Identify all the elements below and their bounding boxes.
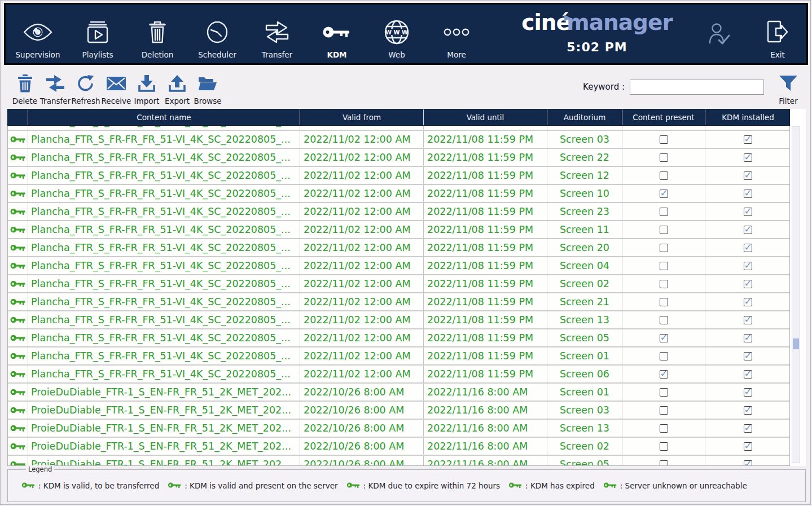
table-row[interactable]: Plancha_FTR_S_FR-FR_FR_51-VI_4K_SC_20220… [8, 347, 790, 366]
content-present-checkbox[interactable] [660, 460, 668, 467]
browse-button[interactable]: Browse [192, 73, 223, 105]
nav-item-playlists[interactable]: Playlists [68, 5, 128, 63]
column-header-key[interactable] [8, 109, 28, 125]
column-header-content-present[interactable]: Content present [622, 109, 705, 125]
content-present-checkbox[interactable] [660, 406, 668, 415]
column-header-valid-from[interactable]: Valid from [300, 109, 424, 125]
table-row[interactable]: ProieDuDiable_FTR-1_S_EN-FR_FR_51_2K_MET… [8, 438, 790, 456]
table-row[interactable]: Plancha_FTR_S_FR-FR_FR_51-VI_4K_SC_20220… [8, 366, 790, 384]
content-present-checkbox[interactable] [660, 334, 668, 342]
kdm-installed-checkbox[interactable] [744, 442, 752, 451]
column-header-content-name[interactable]: Content name [28, 109, 300, 125]
keyword-input[interactable] [630, 80, 764, 95]
vertical-scrollbar[interactable] [792, 126, 800, 463]
table-row[interactable]: Plancha_FTR_S_FR-FR_FR_51-VI_4K_SC_20220… [8, 203, 790, 221]
table-row[interactable]: Plancha_FTR_S_FR-FR_FR_51-VI_4K_SC_20220… [8, 257, 790, 275]
column-header-auditorium[interactable]: Auditorium [547, 109, 622, 125]
content-present-checkbox[interactable] [660, 370, 668, 379]
table-row[interactable]: ProieDuDiable_FTR-1_S_EN-FR_FR_51_2K_MET… [8, 420, 790, 438]
kdm-installed-checkbox[interactable] [744, 460, 752, 467]
table-row[interactable]: Plancha_FTR_S_FR-FR_FR_51-VI_4K_SC_20220… [8, 126, 790, 131]
table-row[interactable]: Plancha_FTR_S_FR-FR_FR_51-VI_4K_SC_20220… [8, 293, 790, 311]
content-present-checkbox[interactable] [660, 442, 668, 451]
kdm-installed-checkbox[interactable] [744, 316, 752, 324]
refresh-icon [77, 73, 94, 94]
kdm-installed-checkbox[interactable] [744, 135, 752, 144]
table-row[interactable]: Plancha_FTR_S_FR-FR_FR_51-VI_4K_SC_20220… [8, 149, 790, 167]
delete-button[interactable]: Delete [10, 73, 40, 105]
kdm-installed-checkbox[interactable] [744, 208, 752, 216]
filter-icon [778, 73, 798, 94]
nav-item-transfer[interactable]: Transfer [247, 5, 307, 63]
content-present-checkbox[interactable] [660, 208, 668, 216]
kdm-installed-checkbox[interactable] [744, 171, 752, 180]
kdm-installed-checkbox[interactable] [744, 352, 752, 360]
kdm-installed-checkbox[interactable] [744, 370, 752, 379]
valid-until-cell: 2022/11/08 11:59 PM [424, 239, 547, 256]
kdm-installed-checkbox[interactable] [744, 280, 752, 288]
table-row[interactable]: Plancha_FTR_S_FR-FR_FR_51-VI_4K_SC_20220… [8, 167, 790, 185]
table-row[interactable]: Plancha_FTR_S_FR-FR_FR_51-VI_4K_SC_20220… [8, 239, 790, 257]
nav-item-more[interactable]: More [427, 5, 486, 63]
valid-until-cell: 2022/11/08 11:59 PM [424, 329, 547, 346]
kdm-installed-checkbox[interactable] [744, 244, 752, 252]
scrollbar-thumb[interactable] [793, 338, 799, 349]
content-present-checkbox[interactable] [660, 352, 668, 360]
kdm-installed-checkbox[interactable] [744, 262, 752, 270]
nav-item-scheduler[interactable]: Scheduler [187, 5, 247, 63]
import-icon [138, 73, 155, 94]
kdm-installed-checkbox[interactable] [744, 226, 752, 234]
receive-button[interactable]: Receive [101, 73, 131, 105]
table-row[interactable]: Plancha_FTR_S_FR-FR_FR_51-VI_4K_SC_20220… [8, 329, 790, 347]
content-present-checkbox[interactable] [660, 226, 668, 234]
kdm-installed-cell [705, 275, 790, 292]
content-present-checkbox[interactable] [660, 298, 668, 306]
table-row[interactable]: Plancha_FTR_S_FR-FR_FR_51-VI_4K_SC_20220… [8, 131, 790, 149]
kdm-installed-checkbox[interactable] [744, 190, 752, 198]
import-button[interactable]: Import [131, 73, 162, 105]
transfer-button[interactable]: Transfer [40, 73, 71, 105]
table-row[interactable]: ProieDuDiable_FTR-1_S_EN-FR_FR_51_2K_MET… [8, 384, 790, 402]
content-present-checkbox[interactable] [660, 153, 668, 162]
kdm-installed-checkbox[interactable] [744, 334, 752, 342]
filter-button[interactable]: Filter [773, 73, 804, 105]
content-present-checkbox[interactable] [660, 316, 668, 324]
folder-icon [198, 73, 217, 94]
kdm-installed-checkbox[interactable] [744, 424, 752, 433]
nav-item-supervision[interactable]: Supervision [8, 5, 68, 63]
kdm-installed-checkbox[interactable] [744, 153, 752, 162]
nav-item-exit[interactable]: Exit [758, 5, 797, 63]
table-row[interactable]: ProieDuDiable_FTR-1_S_EN-FR_FR_51_2K_MET… [8, 456, 790, 466]
content-present-cell [622, 203, 705, 220]
content-present-checkbox[interactable] [660, 388, 668, 397]
table-row[interactable]: Plancha_FTR_S_FR-FR_FR_51-VI_4K_SC_20220… [8, 221, 790, 239]
content-present-checkbox[interactable] [660, 262, 668, 270]
kdm-installed-checkbox[interactable] [744, 388, 752, 397]
table-row[interactable]: Plancha_FTR_S_FR-FR_FR_51-VI_4K_SC_20220… [8, 311, 790, 329]
user-session-icon[interactable] [708, 21, 731, 49]
export-button[interactable]: Export [162, 73, 192, 105]
content-present-cell [622, 239, 705, 256]
table-row[interactable]: Plancha_FTR_S_FR-FR_FR_51-VI_4K_SC_20220… [8, 275, 790, 293]
refresh-button[interactable]: Refresh [71, 73, 101, 105]
table-row[interactable]: ProieDuDiable_FTR-1_S_EN-FR_FR_51_2K_MET… [8, 402, 790, 420]
content-present-checkbox[interactable] [660, 424, 668, 433]
nav-item-web[interactable]: W W W Web [367, 5, 427, 63]
table-row[interactable]: Plancha_FTR_S_FR-FR_FR_51-VI_4K_SC_20220… [8, 185, 790, 203]
valid-from-cell: 2022/11/02 12:00 AM [300, 366, 424, 382]
nav-item-kdm[interactable]: KDM [307, 5, 367, 63]
column-header-kdm-installed[interactable]: KDM installed [705, 109, 791, 125]
content-present-checkbox[interactable] [660, 244, 668, 252]
auditorium-cell: Screen 01 [547, 347, 622, 364]
logo-part-cine: ciné [521, 10, 570, 35]
kdm-installed-checkbox[interactable] [744, 406, 752, 415]
content-name-cell: Plancha_FTR_S_FR-FR_FR_51-VI_4K_SC_20220… [28, 311, 300, 328]
content-present-checkbox[interactable] [660, 280, 668, 288]
content-present-checkbox[interactable] [660, 135, 668, 144]
column-header-valid-until[interactable]: Valid until [424, 109, 547, 125]
keyword-search-area: Keyword : [583, 76, 764, 98]
kdm-installed-checkbox[interactable] [744, 298, 752, 306]
content-present-checkbox[interactable] [660, 171, 668, 180]
content-present-checkbox[interactable] [660, 190, 668, 198]
nav-item-deletion[interactable]: Deletion [128, 5, 187, 63]
